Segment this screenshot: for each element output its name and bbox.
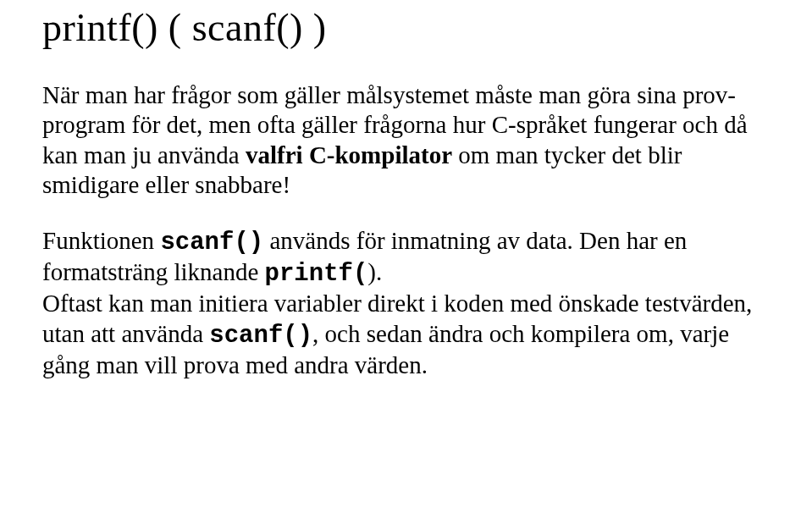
p2-text-3: ). bbox=[367, 258, 382, 285]
p1-bold: valfri C-kompilator bbox=[246, 141, 452, 168]
paragraph-1: När man har frågor som gäller målsysteme… bbox=[42, 80, 778, 201]
paragraph-2: Funktionen scanf() används för inmatning… bbox=[42, 226, 778, 381]
p2-code-scanf: scanf() bbox=[160, 229, 263, 257]
page-title: printf() ( scanf() ) bbox=[42, 5, 778, 50]
p2-code-printf: printf( bbox=[265, 260, 368, 288]
document-page: printf() ( scanf() ) När man har frågor … bbox=[0, 0, 812, 380]
p2-text-1: Funktionen bbox=[42, 227, 160, 254]
p3-code-scanf: scanf() bbox=[209, 322, 312, 350]
